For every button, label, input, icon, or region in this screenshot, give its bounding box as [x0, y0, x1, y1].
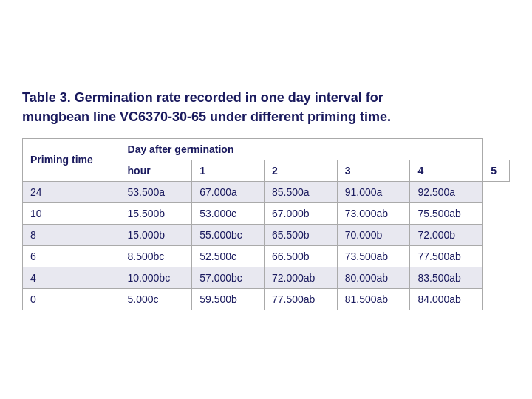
priming-cell: 6 — [23, 245, 120, 267]
day4-cell: 73.500ab — [337, 245, 410, 267]
table-row: 68.500bc52.500c66.500b73.500ab77.500ab — [23, 245, 510, 267]
day1-cell: 53.500a — [120, 181, 192, 202]
day3-cell: 66.500b — [265, 245, 338, 267]
day3-cell: 77.500ab — [265, 288, 338, 310]
day5-cell: 72.000b — [410, 224, 483, 245]
col-priming-header: Priming time — [23, 138, 120, 181]
subheader-d3: 3 — [337, 160, 410, 181]
priming-cell: 4 — [23, 267, 120, 288]
title-line1: Table 3. Germination rate recorded in on… — [22, 90, 383, 105]
day5-cell: 75.500ab — [410, 202, 483, 224]
day5-cell: 92.500a — [410, 181, 483, 202]
day4-cell: 81.500ab — [337, 288, 410, 310]
day3-cell: 67.000b — [265, 202, 338, 224]
day2-cell: 67.000a — [192, 181, 265, 202]
table-row: 1015.500b53.000c67.000b73.000ab75.500ab — [23, 202, 510, 224]
col-day-header: Day after germination — [120, 138, 483, 160]
day1-cell: 10.000bc — [120, 267, 192, 288]
subheader-hour: hour — [120, 160, 192, 181]
day3-cell: 72.000ab — [265, 267, 338, 288]
subheader-d5: 5 — [483, 160, 510, 181]
day5-cell: 83.500ab — [410, 267, 483, 288]
day5-cell: 84.000ab — [410, 288, 483, 310]
day1-cell: 15.000b — [120, 224, 192, 245]
title-line2: mungbean line VC6370-30-65 under differe… — [22, 109, 391, 124]
subheader-d2: 2 — [265, 160, 338, 181]
day1-cell: 15.500b — [120, 202, 192, 224]
day2-cell: 59.500b — [192, 288, 265, 310]
page-title: Table 3. Germination rate recorded in on… — [22, 89, 510, 126]
priming-cell: 10 — [23, 202, 120, 224]
day3-cell: 85.500a — [265, 181, 338, 202]
subheader-d1: 1 — [192, 160, 265, 181]
day4-cell: 91.000a — [337, 181, 410, 202]
day5-cell: 77.500ab — [410, 245, 483, 267]
priming-cell: 0 — [23, 288, 120, 310]
table-row: 410.000bc57.000bc72.000ab80.000ab83.500a… — [23, 267, 510, 288]
day4-cell: 70.000b — [337, 224, 410, 245]
day4-cell: 80.000ab — [337, 267, 410, 288]
table-row: 815.000b55.000bc65.500b70.000b72.000b — [23, 224, 510, 245]
day3-cell: 65.500b — [265, 224, 338, 245]
day1-cell: 5.000c — [120, 288, 192, 310]
table-row: 2453.500a67.000a85.500a91.000a92.500a — [23, 181, 510, 202]
day2-cell: 53.000c — [192, 202, 265, 224]
priming-cell: 8 — [23, 224, 120, 245]
day1-cell: 8.500bc — [120, 245, 192, 267]
day4-cell: 73.000ab — [337, 202, 410, 224]
data-table: Priming time Day after germination hour … — [22, 138, 510, 310]
day2-cell: 57.000bc — [192, 267, 265, 288]
priming-cell: 24 — [23, 181, 120, 202]
table-header-row: Priming time Day after germination — [23, 138, 510, 160]
table-row: 05.000c59.500b77.500ab81.500ab84.000ab — [23, 288, 510, 310]
day2-cell: 55.000bc — [192, 224, 265, 245]
subheader-d4: 4 — [410, 160, 483, 181]
day2-cell: 52.500c — [192, 245, 265, 267]
